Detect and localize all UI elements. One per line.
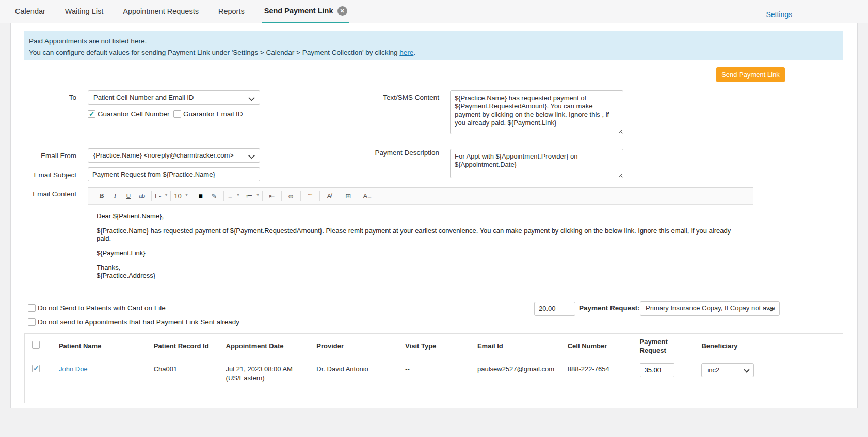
email-body-thanks: Thanks, bbox=[97, 263, 745, 271]
row-beneficiary-value: inc2 bbox=[707, 366, 719, 374]
email-from-label: Email From bbox=[0, 152, 76, 160]
email-body-main: ${Practice.Name} has requested payment o… bbox=[97, 227, 745, 242]
sms-content-textarea[interactable] bbox=[450, 90, 623, 134]
strikethrough-icon[interactable]: ab bbox=[136, 190, 148, 202]
email-body[interactable]: Dear ${Patient.Name}, ${Practice.Name} h… bbox=[88, 205, 753, 294]
table-row: John Doe Cha001 Jul 21, 2023 08:00 AM (U… bbox=[25, 358, 843, 403]
tab-send-payment-link[interactable]: Send Payment Link bbox=[262, 0, 349, 23]
header-beneficiary: Beneficiary bbox=[697, 341, 843, 350]
no-card-on-file-checkbox[interactable] bbox=[28, 304, 36, 312]
cell-email: paulsew2527@gmail.com bbox=[473, 365, 564, 373]
align-icon[interactable]: ≡ bbox=[227, 190, 239, 202]
cell-record-id: Cha001 bbox=[150, 365, 222, 373]
sms-content-label: Text/SMS Content bbox=[284, 93, 439, 101]
header-visit-type: Visit Type bbox=[401, 341, 473, 350]
header-record-id: Patient Record Id bbox=[150, 341, 222, 350]
email-body-address: ${Practice.Address} bbox=[97, 272, 745, 279]
info-banner: Paid Appointments are not listed here. Y… bbox=[24, 31, 843, 60]
to-label: To bbox=[0, 93, 76, 101]
top-tab-bar: Calendar Waiting List Appointment Reques… bbox=[0, 0, 868, 23]
send-payment-link-button[interactable]: Send Payment Link bbox=[716, 67, 785, 82]
header-patient-name: Patient Name bbox=[55, 341, 150, 350]
header-payment-request: Payment Request bbox=[636, 337, 698, 355]
email-from-select-value: {Practice.Name} <noreply@charmtracker.co… bbox=[93, 151, 234, 159]
line-spacing-icon[interactable]: A≡ bbox=[361, 190, 374, 202]
email-subject-label: Email Subject bbox=[0, 171, 76, 179]
cell-appt-date: Jul 21, 2023 08:00 AM (US/Eastern) bbox=[222, 365, 313, 382]
appointments-table: Patient Name Patient Record Id Appointme… bbox=[24, 333, 843, 403]
cell-provider: Dr. David Antonio bbox=[312, 365, 401, 373]
cell-number: 888-222-7654 bbox=[564, 365, 636, 373]
row-checkbox[interactable] bbox=[32, 365, 40, 372]
to-select-value: Patient Cell Number and Email ID bbox=[93, 93, 194, 101]
tab-reports[interactable]: Reports bbox=[216, 0, 247, 23]
guarantor-cell-label: Guarantor Cell Number bbox=[98, 110, 170, 118]
email-content-label: Email Content bbox=[0, 190, 76, 198]
header-cell-number: Cell Number bbox=[564, 341, 636, 350]
bold-icon[interactable]: B bbox=[95, 190, 108, 202]
font-family-icon[interactable]: F- bbox=[155, 190, 167, 202]
guarantor-email-checkbox[interactable] bbox=[173, 110, 181, 118]
no-card-on-file-label: Do not Send to Patients with Card on Fil… bbox=[38, 304, 166, 312]
table-header-row: Patient Name Patient Record Id Appointme… bbox=[25, 334, 843, 358]
header-provider: Provider bbox=[312, 341, 401, 350]
cell-visit-type: -- bbox=[401, 365, 473, 373]
default-amount-input[interactable] bbox=[534, 302, 575, 316]
email-body-payment-link: ${Payment.Link} bbox=[97, 249, 745, 257]
banner-line2-period: . bbox=[413, 49, 415, 56]
email-from-select[interactable]: {Practice.Name} <noreply@charmtracker.co… bbox=[88, 148, 260, 163]
header-appt-date: Appointment Date bbox=[222, 341, 313, 350]
close-tab-icon[interactable] bbox=[337, 6, 347, 16]
banner-here-link[interactable]: here bbox=[399, 49, 413, 56]
payment-request-select-value: Primary Insurance Copay, If Copay not av… bbox=[646, 304, 775, 312]
bullet-list-icon[interactable]: ≔ bbox=[246, 190, 259, 202]
italic-icon[interactable]: I bbox=[109, 190, 121, 202]
email-subject-input[interactable] bbox=[88, 167, 260, 181]
underline-icon[interactable]: U bbox=[122, 190, 135, 202]
email-editor-toolbar: B I U ab F- 10 ■ ✎ ≡ ≔ ⇤ bbox=[88, 188, 753, 205]
font-size-icon[interactable]: 10 bbox=[174, 190, 187, 202]
banner-line2-text: You can configure default values for sen… bbox=[29, 49, 399, 56]
payment-request-label: Payment Request: bbox=[579, 304, 640, 312]
tab-appointment-requests[interactable]: Appointment Requests bbox=[121, 0, 201, 23]
row-payment-request-input[interactable] bbox=[640, 363, 674, 377]
clear-format-icon[interactable]: A̸ bbox=[323, 190, 335, 202]
tab-waiting-list[interactable]: Waiting List bbox=[63, 0, 105, 23]
row-beneficiary-select[interactable]: inc2 bbox=[701, 363, 754, 377]
banner-line1: Paid Appointments are not listed here. bbox=[29, 36, 838, 47]
payment-description-textarea[interactable] bbox=[450, 149, 623, 178]
email-body-greeting: Dear ${Patient.Name}, bbox=[97, 212, 745, 220]
settings-link[interactable]: Settings bbox=[766, 10, 792, 19]
to-select[interactable]: Patient Cell Number and Email ID bbox=[88, 90, 260, 105]
guarantor-email-label: Guarantor Email ID bbox=[183, 110, 243, 118]
blockquote-icon[interactable]: ”” bbox=[304, 190, 316, 202]
no-resend-label: Do not send to Appointments that had Pay… bbox=[38, 318, 239, 326]
payment-description-label: Payment Description bbox=[284, 149, 439, 157]
tab-send-payment-link-label: Send Payment Link bbox=[264, 0, 333, 22]
email-content-editor: B I U ab F- 10 ■ ✎ ≡ ≔ ⇤ bbox=[88, 187, 753, 289]
banner-line2: You can configure default values for sen… bbox=[29, 47, 838, 58]
highlight-pen-icon[interactable]: ✎ bbox=[208, 190, 220, 202]
select-all-checkbox[interactable] bbox=[32, 341, 40, 349]
payment-request-select[interactable]: Primary Insurance Copay, If Copay not av… bbox=[640, 301, 780, 316]
link-icon[interactable]: ∞ bbox=[285, 190, 297, 202]
header-email: Email Id bbox=[473, 341, 564, 350]
send-payment-link-page: Calendar Waiting List Appointment Reques… bbox=[0, 0, 868, 437]
insert-table-icon[interactable]: ⊞ bbox=[342, 190, 355, 202]
tab-calendar[interactable]: Calendar bbox=[13, 0, 47, 23]
text-color-icon[interactable]: ■ bbox=[195, 190, 207, 202]
patient-name-link[interactable]: John Doe bbox=[59, 365, 88, 373]
indent-icon[interactable]: ⇤ bbox=[266, 190, 278, 202]
no-resend-checkbox[interactable] bbox=[28, 318, 36, 326]
guarantor-cell-checkbox[interactable] bbox=[88, 110, 95, 118]
